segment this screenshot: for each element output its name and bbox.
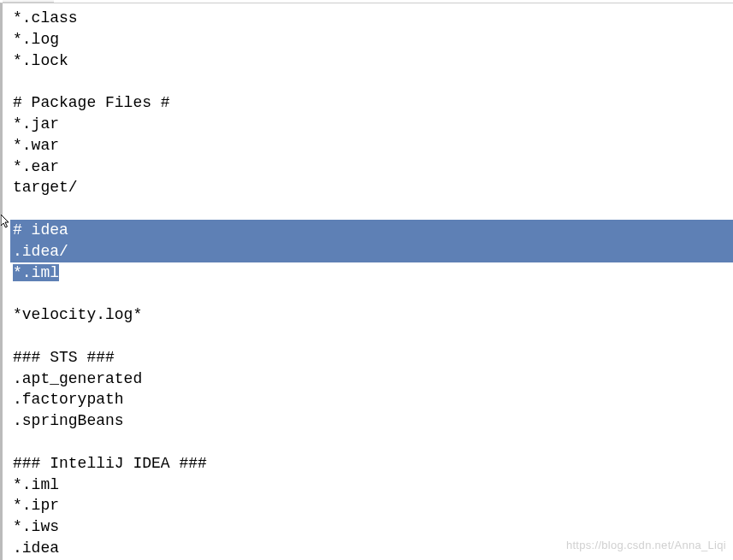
code-line: *.iws (3, 516, 733, 538)
code-line: *.war (3, 135, 733, 156)
code-line: ### IntelliJ IDEA ### (3, 453, 733, 475)
code-line (3, 283, 733, 304)
code-line-selected-partial: *.iml (10, 262, 733, 284)
code-line: *.iml (3, 475, 733, 496)
code-line: ### STS ### (3, 347, 733, 368)
code-line-selected: .idea/ (10, 241, 733, 262)
code-line (3, 71, 733, 92)
watermark-text: https://blog.csdn.net/Anna_Liqi (566, 535, 726, 557)
code-line: *.class (3, 8, 733, 29)
code-line: .factorypath (3, 389, 733, 410)
code-line: *.log (3, 29, 733, 50)
code-line: .springBeans (3, 410, 733, 432)
code-line (3, 432, 733, 453)
code-line: # Package Files # (3, 92, 733, 114)
code-line: target/ (3, 177, 733, 198)
code-line: *.lock (3, 50, 733, 72)
code-line: *.ipr (3, 495, 733, 516)
code-line: .apt_generated (3, 368, 733, 390)
selection-block: # idea .idea/ *.iml (10, 220, 733, 283)
code-line (3, 326, 733, 347)
code-line: *velocity.log* (3, 304, 733, 326)
code-line: *.ear (3, 156, 733, 178)
text-editor[interactable]: *.class *.log *.lock # Package Files # *… (0, 3, 733, 560)
code-line: *.jar (3, 114, 733, 135)
code-line-selected: # idea (10, 220, 733, 241)
code-line (3, 198, 733, 220)
